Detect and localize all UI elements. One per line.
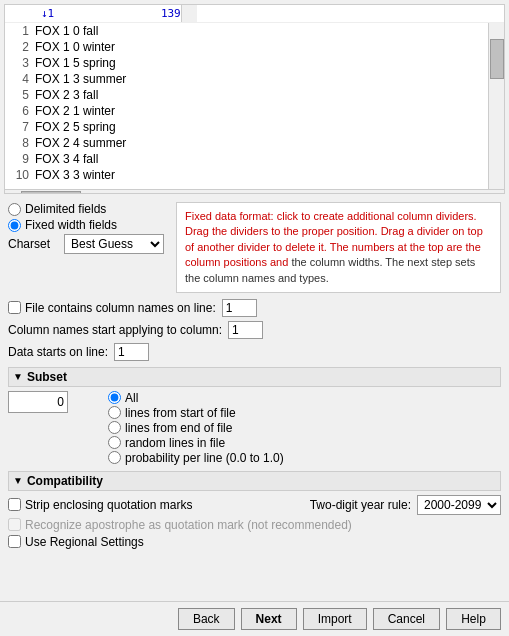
apostrophe-text: Recognize apostrophe as quotation mark (… [25,518,352,532]
subset-option-from_start[interactable]: lines from start of file [108,406,501,420]
line-content: FOX 3 4 fall [35,152,488,166]
line-number: 5 [5,88,35,102]
line-content: FOX 3 3 winter [35,168,488,182]
delimited-label: Delimited fields [25,202,106,216]
table-row: 7FOX 2 5 spring [5,119,488,135]
subset-radio-probability[interactable] [108,451,121,464]
line-content: FOX 1 0 winter [35,40,488,54]
help-button[interactable]: Help [446,608,501,630]
format-section: Delimited fields Fixed width fields Char… [8,202,501,293]
subset-content: Alllines from start of filelines from en… [8,391,501,465]
file-contains-label[interactable]: File contains column names on line: [8,301,216,315]
ruler-content: ↓1 139 [5,5,181,22]
file-contains-text: File contains column names on line: [25,301,216,315]
table-row: 3FOX 1 5 spring [5,55,488,71]
subset-radio-random[interactable] [108,436,121,449]
fixed-radio-label[interactable]: Fixed width fields [8,218,164,232]
subset-right: Alllines from start of filelines from en… [108,391,501,465]
preview-body: 1FOX 1 0 fall2FOX 1 0 winter3FOX 1 5 spr… [5,23,504,189]
delimited-radio-label[interactable]: Delimited fields [8,202,164,216]
regional-checkbox[interactable] [8,535,21,548]
subset-option-label: random lines in file [125,436,225,450]
vertical-scrollbar[interactable] [488,23,504,189]
scrollbar-thumb[interactable] [490,39,504,79]
subset-option-from_end[interactable]: lines from end of file [108,421,501,435]
line-content: FOX 2 4 summer [35,136,488,150]
line-number: 1 [5,24,35,38]
ruler-number: 139 [161,7,181,20]
subset-title: Subset [27,370,67,384]
next-button[interactable]: Next [241,608,297,630]
data-starts-input[interactable] [114,343,149,361]
table-row: 10FOX 3 3 winter [5,167,488,183]
col-names-input[interactable] [228,321,263,339]
subset-option-label: lines from start of file [125,406,236,420]
line-number: 7 [5,120,35,134]
strip-label[interactable]: Strip enclosing quotation marks [8,498,192,512]
table-row: 6FOX 2 1 winter [5,103,488,119]
line-content: FOX 2 5 spring [35,120,488,134]
cancel-button[interactable]: Cancel [373,608,440,630]
ruler-marker: ↓1 [41,7,54,20]
lines-container: 1FOX 1 0 fall2FOX 1 0 winter3FOX 1 5 spr… [5,23,488,189]
data-preview-panel: ↓1 139 1FOX 1 0 fall2FOX 1 0 winter3FOX … [4,4,505,194]
subset-header: ▼ Subset [8,367,501,387]
strip-checkbox[interactable] [8,498,21,511]
fixed-label: Fixed width fields [25,218,117,232]
subset-radio-all[interactable] [108,391,121,404]
table-row: 9FOX 3 4 fall [5,151,488,167]
strip-row: Strip enclosing quotation marks Two-digi… [8,495,501,515]
subset-radio-from_start[interactable] [108,406,121,419]
table-row: 5FOX 2 3 fall [5,87,488,103]
line-content: FOX 2 3 fall [35,88,488,102]
subset-option-label: All [125,391,138,405]
import-button[interactable]: Import [303,608,367,630]
strip-text: Strip enclosing quotation marks [25,498,192,512]
subset-option-all[interactable]: All [108,391,501,405]
line-content: FOX 2 1 winter [35,104,488,118]
compat-triangle: ▼ [13,475,23,486]
subset-option-label: probability per line (0.0 to 1.0) [125,451,284,465]
subset-option-probability[interactable]: probability per line (0.0 to 1.0) [108,451,501,465]
button-bar: Back Next Import Cancel Help [0,601,509,636]
table-row: 2FOX 1 0 winter [5,39,488,55]
regional-label[interactable]: Use Regional Settings [8,535,144,549]
two-digit-select[interactable]: 2000-20991900-1999 [417,495,501,515]
line-number: 4 [5,72,35,86]
line-content: FOX 1 5 spring [35,56,488,70]
horizontal-scrollbar-thumb[interactable] [21,191,81,195]
format-desc-text: Fixed data format: click to create addit… [185,210,483,284]
horizontal-scrollbar[interactable] [5,189,504,194]
subset-option-random[interactable]: random lines in file [108,436,501,450]
subset-triangle: ▼ [13,371,23,382]
line-number: 3 [5,56,35,70]
file-contains-row: File contains column names on line: [8,299,501,317]
table-row: 1FOX 1 0 fall [5,23,488,39]
subset-input[interactable] [8,391,68,413]
file-contains-input[interactable] [222,299,257,317]
compat-title: Compatibility [27,474,103,488]
scrollbar-right[interactable] [181,5,197,22]
charset-row: Charset Best GuessUTF-8ISO-8859-1Windows… [8,234,164,254]
ruler-row: ↓1 139 [5,5,504,23]
line-number: 8 [5,136,35,150]
charset-label: Charset [8,237,58,251]
format-left: Delimited fields Fixed width fields Char… [8,202,164,293]
delimited-radio[interactable] [8,203,21,216]
apostrophe-checkbox [8,518,21,531]
line-number: 10 [5,168,35,182]
apostrophe-row: Recognize apostrophe as quotation mark (… [8,518,501,532]
fixed-radio[interactable] [8,219,21,232]
apostrophe-label[interactable]: Recognize apostrophe as quotation mark (… [8,518,352,532]
compat-content: Strip enclosing quotation marks Two-digi… [8,495,501,549]
line-content: FOX 1 3 summer [35,72,488,86]
compat-header: ▼ Compatibility [8,471,501,491]
file-contains-checkbox[interactable] [8,301,21,314]
charset-select[interactable]: Best GuessUTF-8ISO-8859-1Windows-1252 [64,234,164,254]
back-button[interactable]: Back [178,608,235,630]
subset-radio-from_end[interactable] [108,421,121,434]
col-names-label: Column names start applying to column: [8,323,222,337]
line-number: 6 [5,104,35,118]
col-names-row: Column names start applying to column: [8,321,501,339]
line-number: 2 [5,40,35,54]
